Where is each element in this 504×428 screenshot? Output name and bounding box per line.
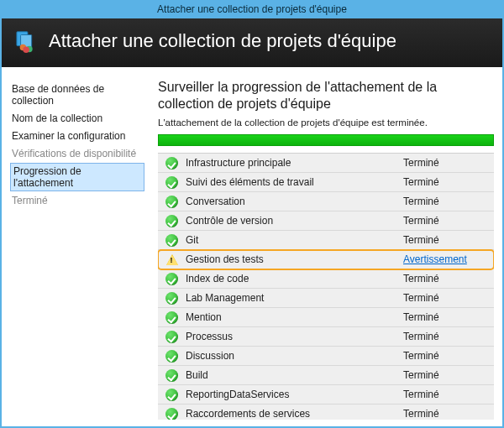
progress-bar [158,134,494,146]
step-status-warning-link[interactable]: Avertissement [403,253,487,265]
step-status: Terminé [403,215,487,227]
step-label: Build [186,369,396,381]
step-label: Discussion [186,350,396,362]
step-status: Terminé [403,311,487,323]
window-title: Attacher une collection de projets d'équ… [157,3,347,15]
step-row-7: Lab ManagementTerminé [158,289,494,308]
step-status: Terminé [403,157,487,169]
success-icon [165,214,179,228]
wizard-body: Base de données de collectionNom de la c… [2,67,502,426]
sidebar-item-2[interactable]: Examiner la configuration [10,128,144,144]
success-icon [165,311,179,325]
step-status: Terminé [403,292,487,304]
content-heading: Surveiller la progression de l'attacheme… [158,79,494,112]
wizard-window: Attacher une collection de projets d'équ… [0,0,504,428]
step-label: Conversation [186,196,396,207]
step-status: Terminé [403,389,487,400]
step-label: Index de code [186,273,396,284]
step-row-2: ConversationTerminé [158,192,494,211]
wizard-header: Attacher une collection de projets d'équ… [2,18,502,67]
step-label: Gestion des tests [186,253,396,265]
step-row-9: ProcessusTerminé [158,327,494,347]
success-icon [165,291,179,305]
step-status: Terminé [403,350,487,362]
success-icon [165,195,179,209]
step-label: Lab Management [186,292,396,304]
step-row-8: MentionTerminé [158,308,494,327]
wizard-steps-sidebar: Base de données de collectionNom de la c… [2,67,151,426]
wizard-content: Surveiller la progression de l'attacheme… [151,67,502,426]
step-status: Terminé [403,196,487,207]
step-row-13: Raccordements de servicesTerminé [158,405,494,420]
success-icon [165,330,179,344]
step-status: Terminé [403,234,487,246]
success-icon [165,233,179,248]
step-status: Terminé [403,408,487,420]
step-row-10: DiscussionTerminé [158,347,494,366]
step-row-5: Gestion des testsAvertissement [158,250,494,269]
step-label: Git [186,234,396,246]
sidebar-item-4[interactable]: Progression de l'attachement [10,163,144,191]
success-icon [165,272,179,286]
step-status: Terminé [403,176,487,188]
step-row-6: Index de codeTerminé [158,269,494,289]
steps-list: Infrastructure principaleTerminéSuivi de… [158,153,494,420]
step-status: Terminé [403,331,487,342]
svg-point-4 [23,47,29,54]
step-label: ReportingDataServices [186,389,396,400]
success-icon [165,368,179,383]
step-label: Raccordements de services [186,408,396,420]
sidebar-item-5: Terminé [10,192,144,209]
step-row-1: Suivi des éléments de travailTerminé [158,173,494,192]
step-row-12: ReportingDataServicesTerminé [158,385,494,405]
success-icon [165,349,179,363]
sidebar-item-3: Vérifications de disponibilité [10,145,144,162]
step-status: Terminé [403,273,487,284]
step-label: Suivi des éléments de travail [186,176,396,188]
step-label: Infrastructure principale [186,157,396,169]
step-label: Mention [186,311,396,323]
sidebar-item-1[interactable]: Nom de la collection [10,110,144,127]
warning-icon [165,253,179,267]
window-titlebar: Attacher une collection de projets d'équ… [2,2,502,18]
step-status: Terminé [403,369,487,381]
content-subtext: L'attachement de la collection de projet… [158,117,494,128]
team-project-collection-icon [15,29,40,54]
wizard-header-title: Attacher une collection de projets d'équ… [49,30,396,52]
success-icon [165,156,179,170]
step-row-3: Contrôle de versionTerminé [158,211,494,231]
success-icon [165,388,179,402]
step-row-11: BuildTerminé [158,366,494,385]
step-label: Contrôle de version [186,215,396,227]
step-row-0: Infrastructure principaleTerminé [158,154,494,173]
sidebar-item-0[interactable]: Base de données de collection [10,81,144,109]
success-icon [165,407,179,420]
step-row-4: GitTerminé [158,231,494,250]
success-icon [165,175,179,190]
step-label: Processus [186,331,396,342]
